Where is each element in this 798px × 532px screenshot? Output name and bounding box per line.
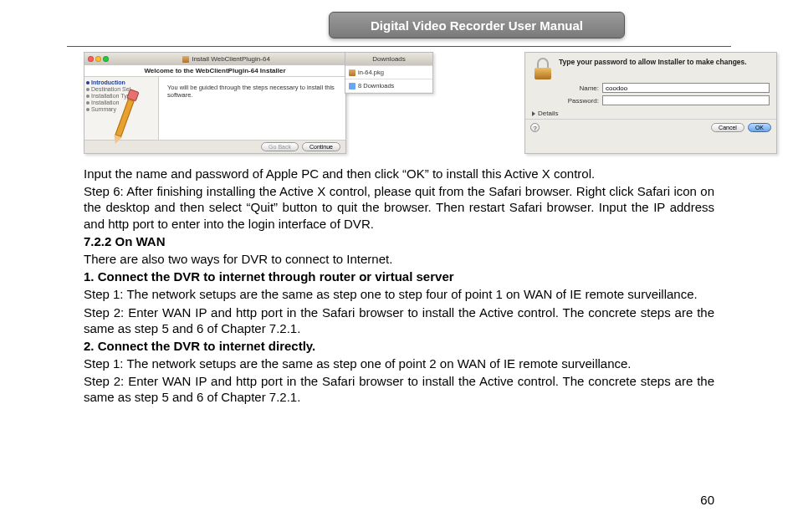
paragraph: There are also two ways for DVR to conne… (84, 251, 714, 267)
installer-titlebar: Install WebClientPlugin-64 (84, 53, 345, 65)
subheading: 1. Connect the DVR to internet through r… (84, 269, 714, 284)
section-heading: 7.2.2 On WAN (84, 233, 714, 249)
installer-step: Introduction (91, 79, 125, 85)
paragraph: Input the name and password of Apple PC … (84, 166, 714, 182)
auth-dialog: Type your password to allow Installer to… (524, 52, 777, 154)
minimize-icon[interactable] (95, 56, 101, 62)
paragraph: Step 1: The network setups are the same … (84, 356, 714, 371)
installer-step: Installation (91, 100, 119, 105)
document-body: Input the name and password of Apple PC … (84, 166, 714, 407)
header-rule (67, 46, 731, 47)
continue-button[interactable]: Continue (302, 142, 340, 151)
header-badge: Digital Video Recorder User Manual (329, 12, 625, 38)
zoom-icon[interactable] (103, 56, 109, 62)
paragraph: Step 2: Enter WAN IP and http port in th… (84, 304, 714, 336)
downloads-panel: Downloads in-64.pkg 8 Downloads (345, 52, 433, 94)
lock-icon (532, 58, 554, 79)
paragraph: Step 2: Enter WAN IP and http port in th… (84, 373, 714, 405)
installer-window-title: Install WebClientPlugin-64 (192, 55, 270, 63)
download-item[interactable]: 8 Downloads (345, 79, 432, 92)
ok-button[interactable]: OK (748, 123, 771, 132)
paragraph: Step 6: After finishing installing the A… (84, 183, 714, 232)
go-back-button[interactable]: Go Back (261, 142, 299, 151)
name-label: Name: (559, 84, 599, 92)
installer-sidebar: Introduction Destination Sel Installatio… (84, 77, 158, 140)
auth-message: Type your password to allow Installer to… (559, 58, 747, 79)
page-number: 60 (700, 493, 714, 507)
details-disclosure[interactable]: Details (525, 108, 776, 119)
disclosure-triangle-icon (532, 111, 535, 116)
help-icon[interactable]: ? (530, 123, 540, 132)
paragraph: Step 1: The network setups are the same … (84, 286, 714, 302)
password-field[interactable] (602, 95, 770, 105)
downloads-title: Downloads (345, 53, 432, 65)
password-label: Password: (559, 97, 599, 105)
folder-icon (349, 83, 356, 90)
package-icon (182, 56, 189, 63)
installer-welcome: Welcome to the WebClientPlugin-64 Instal… (84, 65, 345, 77)
package-icon (349, 69, 356, 76)
installer-step: Summary (91, 106, 116, 112)
cancel-button[interactable]: Cancel (711, 123, 744, 132)
subheading: 2. Connect the DVR to internet directly. (84, 338, 714, 354)
installer-body-text: You will be guided through the steps nec… (158, 77, 345, 140)
installer-window: Install WebClientPlugin-64 Welcome to th… (84, 52, 346, 154)
download-item[interactable]: in-64.pkg (345, 65, 432, 79)
close-icon[interactable] (88, 56, 94, 62)
name-field[interactable]: coodoo (602, 83, 770, 93)
